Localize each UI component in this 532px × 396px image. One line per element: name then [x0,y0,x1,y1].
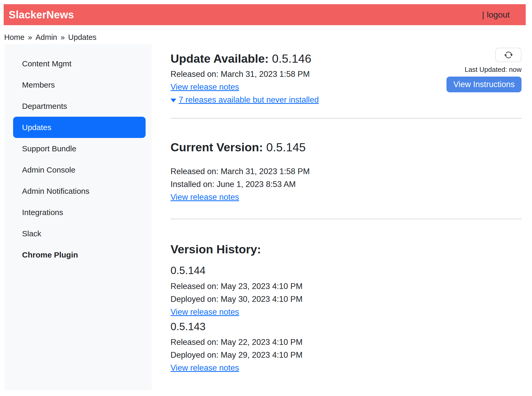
current-version-label: Current Version: [171,141,263,154]
history-entry-meta: Released on: May 22, 2023 4:10 PM Deploy… [171,336,522,374]
breadcrumb-separator: » [61,33,65,42]
update-released-on: Released on: March 31, 2023 1:58 PM [171,68,319,81]
history-release-notes-row: View release notes [171,306,522,318]
breadcrumb-current-page: Updates [68,33,97,42]
admin-sidebar: Content Mgmt Members Departments Updates… [5,44,152,390]
current-version-title: Current Version: 0.5.145 [171,140,522,155]
top-bar: SlackerNews | logout [4,4,526,25]
history-deployed-on: Deployed on: May 30, 2023 4:10 PM [171,293,522,306]
current-version-value: 0.5.145 [266,141,306,154]
update-available-row: Update Available: 0.5.146 Released on: M… [171,44,522,106]
sidebar-item-chrome-plugin[interactable]: Chrome Plugin [5,244,152,265]
app-brand: SlackerNews [9,9,74,21]
history-release-notes-link[interactable]: View release notes [171,307,239,317]
update-available-label: Update Available: [171,52,269,65]
history-version-number: 0.5.143 [171,320,522,333]
sidebar-item-admin-notifications[interactable]: Admin Notifications [5,180,152,202]
update-available-title: Update Available: 0.5.146 [171,51,319,66]
current-version-section: Current Version: 0.5.145 Released on: Ma… [171,140,522,204]
update-available-version: 0.5.146 [272,52,311,65]
history-entry: 0.5.143 Released on: May 22, 2023 4:10 P… [171,320,522,374]
sidebar-item-updates[interactable]: Updates [13,117,146,138]
refresh-icon [504,51,513,59]
sidebar-item-members[interactable]: Members [5,74,152,95]
updates-content: Update Available: 0.5.146 Released on: M… [171,44,522,374]
version-history-section: Version History: 0.5.144 Released on: Ma… [171,242,522,374]
section-divider [171,118,522,119]
logout-area: | logout [482,10,510,20]
version-history-title: Version History: [171,242,522,257]
history-entry-meta: Released on: May 23, 2023 4:10 PM Deploy… [171,280,522,318]
refresh-button[interactable] [495,48,522,62]
update-available-section: Update Available: 0.5.146 Released on: M… [171,44,319,106]
view-instructions-button[interactable]: View Instructions [446,77,522,92]
history-release-notes-link[interactable]: View release notes [171,363,239,372]
sidebar-item-content-mgmt[interactable]: Content Mgmt [5,53,152,74]
history-released-on: Released on: May 23, 2023 4:10 PM [171,280,522,293]
main-layout: Content Mgmt Members Departments Updates… [0,44,532,390]
history-entry: 0.5.144 Released on: May 23, 2023 4:10 P… [171,264,522,318]
section-divider [171,219,522,219]
current-release-notes-row: View release notes [171,191,522,204]
breadcrumb-home[interactable]: Home [4,33,24,42]
update-release-notes-link[interactable]: View release notes [171,82,239,92]
logout-link[interactable]: logout [487,10,510,20]
last-updated-text: Last Updated: now [465,66,522,74]
refresh-panel: Last Updated: now View Instructions [446,44,522,92]
breadcrumb: Home » Admin » Updates [4,33,532,42]
history-version-number: 0.5.144 [171,264,522,277]
current-release-notes-link[interactable]: View release notes [171,192,239,202]
update-release-notes-row: View release notes [171,81,319,93]
current-version-meta: Released on: March 31, 2023 1:58 PM Inst… [171,165,522,204]
breadcrumb-separator: » [28,33,32,42]
pending-releases-link[interactable]: 7 releases available but never installed [179,93,319,106]
caret-down-icon[interactable] [171,99,176,102]
breadcrumb-admin[interactable]: Admin [36,33,57,42]
current-installed-on: Installed on: June 1, 2023 8:53 AM [171,178,522,191]
current-released-on: Released on: March 31, 2023 1:58 PM [171,165,522,178]
sidebar-item-admin-console[interactable]: Admin Console [5,159,152,180]
pending-releases-row: 7 releases available but never installed [171,93,319,106]
sidebar-item-integrations[interactable]: Integrations [5,202,152,223]
history-released-on: Released on: May 22, 2023 4:10 PM [171,336,522,349]
sidebar-item-support-bundle[interactable]: Support Bundle [5,138,152,159]
sidebar-item-departments[interactable]: Departments [5,95,152,117]
history-release-notes-row: View release notes [171,361,522,374]
history-deployed-on: Deployed on: May 29, 2023 4:10 PM [171,349,522,361]
logout-separator: | [482,10,484,20]
sidebar-item-slack[interactable]: Slack [5,223,152,244]
